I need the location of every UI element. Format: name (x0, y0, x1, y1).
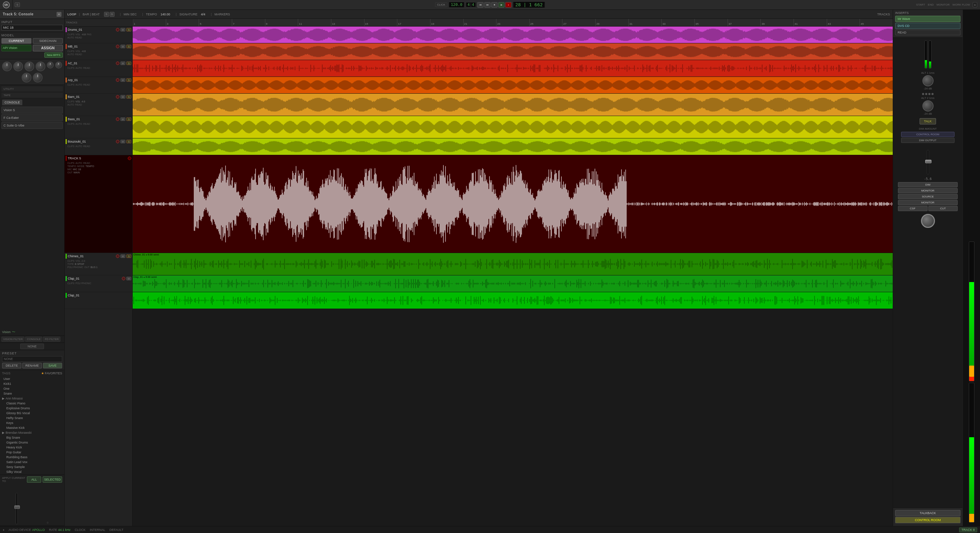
solo-btn-barn01[interactable]: S (126, 95, 131, 99)
rec-btn-arp01[interactable] (116, 78, 119, 82)
rename-preset-btn[interactable]: RENAME (22, 363, 41, 369)
knob-8[interactable] (33, 73, 43, 83)
rec-btn-drums[interactable] (116, 28, 119, 32)
fast-fwd-btn[interactable]: ⏭ (484, 2, 490, 8)
track-name-mb01[interactable]: MB_01 (68, 45, 115, 48)
plugin-slot-3[interactable]: C Suite G-Vibe (2, 122, 63, 129)
loop-grid-btn[interactable]: G (110, 12, 115, 17)
tag-rumbling-bass[interactable]: Rumbling Bass (2, 455, 62, 460)
rec-btn-bass01[interactable] (116, 117, 119, 121)
mute-btn-clap01[interactable]: M (126, 277, 131, 280)
insert-read-btn[interactable]: READ (895, 30, 961, 35)
solo-btn-bass01[interactable]: S (126, 117, 131, 121)
tag-massive-kick[interactable]: Massive Kick (2, 425, 62, 430)
waveform-row-clap02[interactable] (133, 292, 893, 309)
solo-btn-ac01[interactable]: S (126, 62, 131, 65)
mic-input-display[interactable]: MIC 1B (2, 25, 63, 30)
record-btn[interactable]: ● (505, 2, 511, 8)
tag-snare[interactable]: Snare (2, 391, 62, 396)
waveform-row-drums[interactable] (133, 27, 893, 43)
timeline-ruler[interactable]: 1357911131517192123252729313335373941434… (133, 19, 893, 27)
waveform-row-mb01[interactable] (133, 43, 893, 60)
tag-big-snare[interactable]: Big Snare (2, 435, 62, 440)
tag-gigantic-drums[interactable]: Gigantic Drums (2, 440, 62, 445)
talk-btn[interactable]: TALK (920, 118, 936, 124)
solo-btn-arp01[interactable]: S (126, 78, 131, 82)
tag-silky-vocal[interactable]: Silky Vocal (2, 469, 62, 474)
waveform-row-bass01[interactable] (133, 116, 893, 139)
mute-btn-bass01[interactable]: M (121, 117, 125, 121)
monitor2-btn[interactable]: MONITOR (898, 200, 958, 205)
tag-satin-lead[interactable]: Satin Lead Vox (2, 460, 62, 464)
mute-btn-mb01[interactable]: M (121, 45, 125, 48)
tag-explosive-drums[interactable]: Explosive Drums (2, 406, 62, 411)
selected-btn[interactable]: SELECTED (43, 476, 62, 483)
loop-snap-btn[interactable]: S (104, 12, 109, 17)
assign-button[interactable]: ASSIGN (33, 45, 63, 51)
tag-one[interactable]: One (2, 386, 62, 391)
cut-btn[interactable]: CUT (928, 206, 958, 211)
save-preset-btn[interactable]: SAVE (43, 363, 62, 369)
plugin-slot-2[interactable]: F Ca-Eater (2, 114, 63, 121)
knob-6[interactable] (55, 62, 62, 69)
track-name-clap02[interactable]: Clap_01 (68, 294, 131, 297)
track-name-barn01[interactable]: Barn_01 (68, 95, 115, 99)
waveform-row-track5[interactable] (133, 155, 893, 253)
track-name-ac01[interactable]: AC_01 (68, 62, 115, 65)
pre-btn[interactable]: S (15, 2, 20, 7)
sidechain-btn[interactable]: SIDECHAIN (33, 38, 63, 44)
tag-keys[interactable]: Keys (2, 420, 62, 425)
tag-heavy-kick[interactable]: Heavy Kick (2, 445, 62, 450)
knob-4[interactable] (36, 62, 45, 71)
knob-5[interactable] (47, 62, 54, 69)
group-brendan-header[interactable]: ▶ Brendan Morawski (2, 430, 62, 435)
mute-btn-drums[interactable]: M (121, 28, 125, 32)
insert-slot-mrwave[interactable]: Mr Wave (895, 16, 961, 22)
dim-btn[interactable]: DIM (898, 182, 958, 187)
topbar-menu[interactable]: ≡ (973, 2, 977, 7)
track-name-drums[interactable]: Drums_01 (68, 28, 115, 32)
alt2-knob[interactable] (923, 100, 934, 112)
rec-btn-bouzouki01[interactable] (116, 140, 119, 143)
csf-btn[interactable]: CSF (898, 206, 928, 211)
talkback-btn[interactable]: TALKBACK (895, 510, 961, 516)
track-name-track5[interactable]: TRACK 5 (68, 156, 127, 160)
knob-1[interactable] (2, 62, 12, 71)
group-ann-header[interactable]: ▶ Ann Minassi (2, 396, 62, 401)
tag-user[interactable]: User (2, 377, 62, 381)
ua-logo[interactable]: UA (0, 0, 13, 10)
track8-btn[interactable]: TRACK 8 (959, 527, 977, 532)
model-name-display[interactable]: API Vision (2, 45, 32, 51)
rec-btn-chimes01[interactable] (116, 254, 119, 258)
tempo-display[interactable]: 120.0 (449, 2, 465, 8)
monitor-btn[interactable]: MONITOR (898, 188, 958, 193)
tag-sexy-sample[interactable]: Sexy Sample (2, 464, 62, 469)
mute-btn-chimes01[interactable]: M (121, 254, 125, 258)
track-name-arp01[interactable]: Arp_01 (68, 78, 115, 82)
vision-btn[interactable]: VISION FILTER (2, 337, 24, 342)
new-bffs-btn[interactable]: New BFFS (45, 53, 63, 57)
track-name-clap01[interactable]: Clap_01 (68, 277, 121, 280)
current-btn[interactable]: CURRENT (2, 38, 32, 44)
waveform-row-bouzouki01[interactable] (133, 139, 893, 155)
waveform-area[interactable]: Chime_01 ● 6:00 semi Clap_01 ● 6:00 semi (133, 27, 893, 526)
solo-btn-chimes01[interactable]: S (126, 254, 131, 258)
plugin-slot-1[interactable]: Vision S (2, 107, 63, 113)
tag-glossy-bg[interactable]: Glossy BG Vocal (2, 411, 62, 416)
none-btn[interactable]: NONE (20, 343, 44, 349)
tag-hefty-snare[interactable]: Hefty Snare (2, 416, 62, 420)
knob-7[interactable] (22, 73, 32, 83)
track-name-bass01[interactable]: Bass_01 (68, 117, 115, 121)
play-btn[interactable]: ▶ (498, 2, 504, 8)
speaker-volume-knob[interactable] (921, 214, 935, 228)
mute-btn-ac01[interactable]: M (121, 62, 125, 65)
waveform-row-chimes01[interactable]: Chime_01 ● 6:00 semi (133, 253, 893, 275)
mute-btn-bouzouki01[interactable]: M (121, 140, 125, 143)
main-fader-thumb[interactable] (14, 505, 20, 509)
knob-2[interactable] (13, 62, 23, 71)
rec-btn-barn01[interactable] (116, 95, 119, 99)
control-room-label[interactable]: CONTROL ROOM (901, 132, 955, 137)
knob-3[interactable] (24, 62, 34, 71)
solo-btn-mb01[interactable]: S (126, 45, 131, 48)
tag-classic-piano[interactable]: Classic Piano (2, 401, 62, 406)
